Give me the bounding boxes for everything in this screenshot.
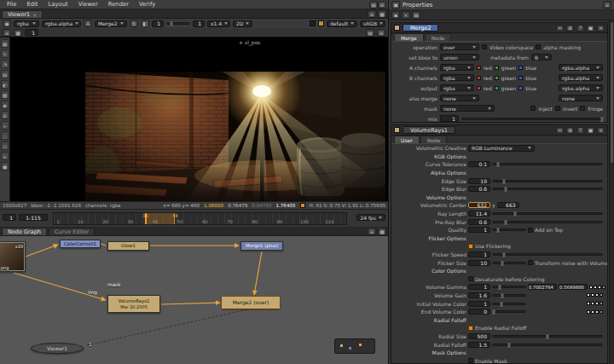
mask-input-dropdown[interactable]: none bbox=[440, 105, 495, 112]
ray-length-slider[interactable] bbox=[492, 212, 603, 215]
volume-gamma-field[interactable]: 1 bbox=[468, 284, 490, 290]
invert-checkbox[interactable] bbox=[555, 106, 560, 111]
a-channels-layer-dropdown[interactable]: rgba bbox=[440, 64, 474, 71]
wipe-icon[interactable]: ◧ bbox=[141, 20, 149, 27]
color-swatch[interactable] bbox=[602, 286, 605, 289]
view-mode-dropdown[interactable]: 2D bbox=[233, 20, 252, 27]
properties-menu-icon[interactable]: ≡ bbox=[603, 1, 611, 9]
close-panel-icon[interactable]: × bbox=[597, 127, 605, 134]
color-swatch[interactable] bbox=[600, 293, 603, 297]
toolbar-transform-icon[interactable]: + bbox=[1, 121, 9, 130]
proxy-icon[interactable]: ▦ bbox=[14, 29, 22, 37]
gain-slider[interactable] bbox=[166, 22, 190, 25]
color-swatch[interactable] bbox=[595, 310, 599, 314]
dag-grid-icon[interactable]: ▦ bbox=[378, 228, 386, 235]
toolbar-draw-icon[interactable]: ✎ bbox=[1, 49, 9, 58]
zoom-dropdown[interactable]: x1.4 bbox=[207, 20, 230, 27]
toolbar-metadata-icon[interactable]: ≡ bbox=[1, 152, 9, 160]
timeline-ruler[interactable]: 11020304050607080901001103648 bbox=[53, 212, 347, 225]
tab-list-icon[interactable]: ≡ bbox=[368, 10, 376, 18]
toolbar-image-icon[interactable]: ▦ bbox=[1, 39, 9, 48]
edge-blur-field[interactable]: 0.6 bbox=[468, 186, 490, 192]
enable-mask-checkbox[interactable] bbox=[468, 358, 473, 363]
fps-dropdown[interactable]: 24 fps bbox=[356, 214, 385, 221]
input-a-button[interactable]: A bbox=[84, 20, 92, 27]
edge-blur-slider[interactable] bbox=[492, 188, 603, 190]
channel-checkbox-red[interactable] bbox=[477, 76, 481, 80]
b-channels-alpha-dropdown[interactable]: rgba.alpha bbox=[559, 74, 603, 81]
operation-dropdown[interactable]: over bbox=[440, 43, 479, 50]
color-swatches[interactable] bbox=[587, 302, 603, 305]
color-swatches[interactable] bbox=[587, 293, 603, 297]
pre-ray-blur-field[interactable]: 0.6 bbox=[468, 219, 490, 225]
node-colorcorrect[interactable]: ColorCorrect1 bbox=[60, 240, 101, 248]
pre-ray-blur-slider[interactable] bbox=[492, 221, 603, 223]
dag-minimap[interactable] bbox=[334, 338, 375, 354]
slider-handle[interactable] bbox=[501, 292, 504, 299]
node-merge1[interactable]: Merge1 (plus) bbox=[240, 241, 283, 251]
curve-editor-icon[interactable]: ≈ bbox=[556, 127, 564, 134]
volume-gamma-extra-0[interactable]: 0.7002764 bbox=[528, 284, 557, 290]
channel-checkbox-green[interactable] bbox=[495, 76, 499, 80]
slider-handle[interactable] bbox=[500, 301, 502, 308]
color-swatch[interactable] bbox=[591, 310, 594, 314]
end-volume-color-slider[interactable] bbox=[492, 310, 526, 313]
center-node-icon[interactable]: ⊕ bbox=[566, 25, 574, 32]
curve-tolerance-slider[interactable] bbox=[492, 163, 603, 165]
radial-falloff-field[interactable]: 1.5 bbox=[468, 342, 490, 348]
transform-noise-with-volume-center-checkbox[interactable] bbox=[528, 260, 533, 265]
toolbar-keyer-icon[interactable]: ◆ bbox=[1, 101, 9, 109]
slider-handle[interactable] bbox=[492, 309, 495, 315]
volume-gamma-extra-1[interactable]: 0.5699866 bbox=[559, 284, 588, 290]
slider-handle[interactable] bbox=[501, 260, 504, 267]
channel-checkbox-red[interactable] bbox=[477, 66, 481, 70]
color-swatch[interactable] bbox=[595, 293, 599, 297]
color-swatch[interactable] bbox=[591, 302, 594, 305]
gamma-field[interactable]: 1 bbox=[193, 20, 205, 27]
menu-edit[interactable]: Edit bbox=[21, 1, 43, 8]
node-viewer1[interactable]: Viewer1 bbox=[31, 343, 84, 354]
slider-handle[interactable] bbox=[171, 20, 173, 27]
color-swatches[interactable] bbox=[589, 286, 605, 289]
node-glow[interactable]: Glow1 bbox=[107, 241, 149, 251]
scrollbar-thumb[interactable] bbox=[611, 22, 613, 163]
layer-dropdown[interactable]: rgba bbox=[14, 20, 39, 27]
frame-range-field[interactable]: 1-115 bbox=[19, 214, 48, 221]
radial-falloff-slider[interactable] bbox=[492, 344, 603, 346]
volume-gain-field[interactable]: 1.6 bbox=[468, 292, 490, 298]
slider-handle[interactable] bbox=[502, 251, 505, 258]
tab-node-graph[interactable]: Node Graph bbox=[2, 228, 47, 235]
inject-checkbox[interactable] bbox=[530, 106, 536, 111]
curve-tolerance-field[interactable]: 0.1 bbox=[468, 161, 490, 167]
menu-layout[interactable]: Layout bbox=[43, 1, 73, 8]
end-volume-color-field[interactable]: 0 bbox=[468, 309, 490, 315]
color-swatch[interactable] bbox=[587, 302, 590, 305]
tab-node[interactable]: Node bbox=[425, 33, 452, 41]
b-channels-layer-dropdown[interactable]: rgba bbox=[440, 74, 474, 81]
slider-handle[interactable] bbox=[498, 284, 501, 291]
a-channels-alpha-dropdown[interactable]: rgba.alpha bbox=[559, 64, 603, 71]
color-swatch[interactable] bbox=[591, 293, 594, 297]
node-read[interactable]: x19 ng.png bbox=[0, 241, 26, 272]
node-name-field[interactable]: VolumeRays1 bbox=[403, 126, 455, 134]
menu-viewer[interactable]: Viewer bbox=[73, 1, 103, 8]
toolbar-color-icon[interactable]: ◐ bbox=[1, 80, 9, 89]
volume-gain-slider[interactable] bbox=[492, 294, 526, 297]
quality-field[interactable]: 1 bbox=[468, 227, 490, 233]
pane-icon[interactable]: ▤ bbox=[366, 29, 374, 37]
initial-volume-color-slider[interactable] bbox=[492, 303, 526, 305]
panel-menu-icon[interactable]: ▣ bbox=[391, 1, 400, 9]
slider-handle[interactable] bbox=[513, 211, 516, 217]
color-swatch[interactable] bbox=[598, 286, 601, 289]
also-merge-right-dropdown[interactable]: none bbox=[559, 95, 603, 101]
volume-gamma-slider[interactable] bbox=[492, 286, 526, 288]
timeline-range-band[interactable] bbox=[145, 213, 175, 224]
input-node-dropdown[interactable]: Merge2 bbox=[95, 20, 127, 27]
channel-checkbox-red[interactable] bbox=[477, 86, 481, 90]
help-icon[interactable]: ? bbox=[576, 127, 584, 134]
split-layout-icon[interactable]: ⊞ bbox=[378, 1, 386, 9]
desaturate-before-coloring-checkbox[interactable] bbox=[468, 276, 473, 281]
slider-handle[interactable] bbox=[497, 161, 500, 168]
flicker-speed-field[interactable]: 1 bbox=[468, 251, 490, 257]
color-swatch[interactable] bbox=[589, 286, 593, 289]
